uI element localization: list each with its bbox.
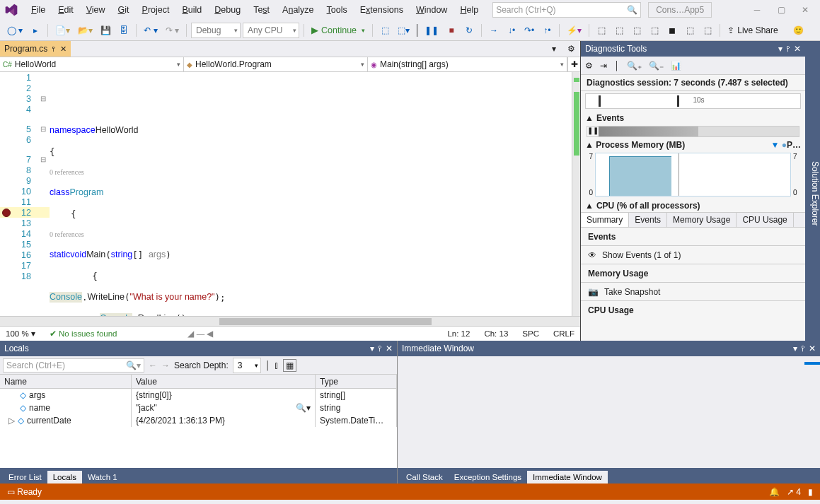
dropdown-icon[interactable]: ▾: [778, 44, 783, 54]
zoom-in-icon[interactable]: 🔍₊: [627, 61, 642, 71]
tab-locals[interactable]: Locals: [47, 471, 82, 484]
save-all-button[interactable]: 🗄: [116, 23, 132, 38]
visualizer-icon[interactable]: 🔍▾: [296, 403, 311, 413]
tb-d[interactable]: ⬚: [647, 23, 662, 38]
config-combo[interactable]: Debug: [191, 23, 241, 38]
save-button[interactable]: 💾: [98, 23, 114, 38]
feedback-button[interactable]: 🙂: [790, 23, 807, 38]
menu-build[interactable]: Build: [177, 2, 208, 18]
source-control-icon[interactable]: ↗ 4: [787, 487, 801, 497]
tab-dropdown[interactable]: ▾: [546, 41, 562, 57]
zoom-combo[interactable]: 100 % ▾: [6, 329, 35, 339]
tb-g[interactable]: ⬚: [700, 23, 715, 38]
quick-launch-search[interactable]: Search (Ctrl+Q)🔍: [492, 2, 641, 18]
menu-edit[interactable]: Edit: [52, 2, 79, 18]
reset-zoom-icon[interactable]: 📊: [671, 61, 681, 71]
grid-icon[interactable]: ▦: [283, 359, 296, 372]
step-out[interactable]: ↑•: [539, 23, 555, 38]
menu-project[interactable]: Project: [137, 2, 175, 18]
live-share-button[interactable]: ⇪Live Share: [724, 23, 780, 38]
tb-b[interactable]: ⬚: [611, 23, 627, 38]
expand-icon[interactable]: ▷: [8, 416, 15, 426]
tab-program-cs[interactable]: Program.cs ⫯ ✕: [0, 41, 71, 57]
redo-button[interactable]: ↷ ▾: [163, 23, 182, 38]
nav-back-button[interactable]: ◯ ▾: [4, 23, 25, 38]
table-row[interactable]: ▷◇currentDate {4/26/2021 1:36:13 PM} Sys…: [0, 414, 397, 427]
overview-ruler[interactable]: [572, 72, 580, 316]
dropdown-icon[interactable]: ▾: [370, 344, 374, 353]
zoom-out-icon[interactable]: 🔍₋: [649, 61, 664, 71]
events-track[interactable]: ❚❚: [587, 126, 799, 137]
menu-git[interactable]: Git: [112, 2, 135, 18]
select-tool-icon[interactable]: ⇥: [600, 61, 607, 71]
breakpoint-icon[interactable]: [2, 209, 11, 217]
depth-combo[interactable]: 3: [233, 358, 261, 373]
col-header-value[interactable]: Value: [132, 375, 316, 388]
step-over[interactable]: ↷•: [521, 23, 537, 38]
code-editor[interactable]: 1 2 3⊟ 4 5⊟ 6 7⊟ 8 9 10 11 12 13 14 15 1…: [0, 72, 580, 316]
menu-analyze[interactable]: Analyze: [277, 2, 319, 18]
show-next-statement[interactable]: →: [486, 23, 502, 38]
step-button-1[interactable]: ⬚: [377, 23, 393, 38]
menu-window[interactable]: Window: [410, 2, 453, 18]
tab-watch-1[interactable]: Watch 1: [82, 471, 123, 484]
platform-combo[interactable]: Any CPU: [243, 23, 299, 38]
nav-class[interactable]: ◆HelloWorld.Program: [184, 57, 368, 71]
pin-icon[interactable]: ⫯: [801, 344, 805, 353]
col-header-name[interactable]: Name: [0, 375, 132, 388]
close-icon[interactable]: ✕: [386, 344, 393, 353]
tab-memory-usage[interactable]: Memory Usage: [667, 213, 737, 227]
step-button-2[interactable]: ⬚▾: [395, 23, 412, 38]
horizontal-scrollbar[interactable]: [0, 316, 580, 326]
nav-prev[interactable]: ←: [149, 361, 157, 370]
pin-icon[interactable]: ⫯: [786, 44, 790, 54]
show-events-link[interactable]: 👁Show Events (1 of 1): [581, 246, 805, 264]
tab-exception-settings[interactable]: Exception Settings: [449, 471, 527, 484]
close-icon[interactable]: ✕: [809, 344, 816, 353]
tab-error-list[interactable]: Error List: [3, 471, 47, 484]
publish-icon[interactable]: ▮: [808, 487, 813, 497]
tab-gear-icon[interactable]: ⚙: [563, 41, 579, 57]
tb-f[interactable]: ⬚: [682, 23, 698, 38]
timeline[interactable]: 10s: [585, 93, 801, 109]
open-button[interactable]: 📂▾: [75, 23, 96, 38]
nav-project[interactable]: C#HelloWorld: [0, 57, 184, 71]
solution-explorer-tab[interactable]: Solution Explorer: [805, 41, 820, 341]
menu-test[interactable]: Test: [248, 2, 275, 18]
split-button[interactable]: ✚: [567, 57, 580, 71]
tb-c[interactable]: ⬚: [629, 23, 645, 38]
tab-cpu-usage[interactable]: CPU Usage: [737, 213, 793, 227]
immediate-content[interactable]: [398, 356, 820, 468]
menu-help[interactable]: Help: [454, 2, 484, 18]
table-row[interactable]: ◇name "jack"🔍▾ string: [0, 402, 397, 414]
take-snapshot-button[interactable]: 📷Take Snapshot: [581, 283, 805, 301]
continue-button[interactable]: ▶ Continue▾: [308, 23, 368, 38]
filter-icon[interactable]: ⫿: [275, 361, 279, 370]
new-item-button[interactable]: 📄▾: [52, 23, 73, 38]
table-row[interactable]: ◇args {string[0]} string[]: [0, 389, 397, 402]
hot-reload[interactable]: ⚡▾: [564, 23, 584, 38]
memory-chart[interactable]: 70 70: [587, 153, 799, 197]
tab-events[interactable]: Events: [629, 213, 667, 227]
dropdown-icon[interactable]: ▾: [793, 344, 797, 353]
menu-view[interactable]: View: [81, 2, 111, 18]
pin-icon[interactable]: ⫯: [378, 344, 382, 353]
nav-fwd-button[interactable]: ▸: [28, 23, 43, 38]
undo-button[interactable]: ↶ ▾: [141, 23, 160, 38]
gear-icon[interactable]: ⚙: [585, 61, 593, 71]
minimize-button[interactable]: ─: [745, 2, 769, 18]
menu-debug[interactable]: Debug: [209, 2, 246, 18]
menu-extensions[interactable]: Extensions: [354, 2, 409, 18]
step-into[interactable]: ↓•: [504, 23, 519, 38]
pause-button[interactable]: ❚❚: [422, 23, 441, 38]
maximize-button[interactable]: ▢: [769, 2, 793, 18]
nav-next[interactable]: →: [161, 361, 170, 370]
locals-search[interactable]: Search (Ctrl+E)🔍▾: [3, 358, 144, 373]
tb-a[interactable]: ⬚: [594, 23, 609, 38]
close-tab-icon[interactable]: ✕: [60, 45, 67, 54]
close-button[interactable]: ✕: [793, 2, 817, 18]
restart-button[interactable]: ↻: [461, 23, 477, 38]
close-icon[interactable]: ✕: [794, 44, 801, 54]
tab-summary[interactable]: Summary: [581, 213, 629, 227]
col-header-type[interactable]: Type: [316, 375, 397, 388]
